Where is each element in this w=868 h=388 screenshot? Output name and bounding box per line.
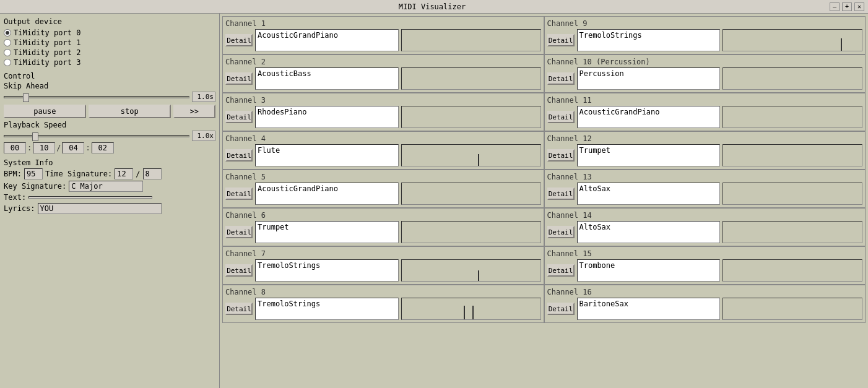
close-button[interactable]: ✕ — [854, 2, 864, 11]
channel-15-block: Channel 15DetailTrombone — [544, 246, 866, 285]
channel-5-header: Channel 11 — [547, 96, 863, 105]
channel-11-visualizer — [723, 221, 862, 243]
text-label: Text: — [4, 193, 26, 202]
channel-2-row: DetailAcousticBass — [225, 67, 541, 90]
pause-button[interactable]: pause — [4, 105, 86, 118]
time-sig-sep: / — [136, 170, 140, 178]
key-sig-label: Key Signature: — [4, 182, 66, 191]
channel-8-row: DetailAcousticGrandPiano — [225, 183, 541, 205]
channel-1-detail-button[interactable]: Detail — [547, 34, 575, 46]
output-device-label: Output device — [4, 17, 215, 26]
channel-4-block: Channel 4DetailFlute — [222, 131, 544, 170]
bpm-label: BPM: — [4, 170, 22, 178]
channel-14-row: DetailTremoloStrings — [225, 298, 541, 320]
output-device-section: Output device TiMidity port 0 TiMidity p… — [4, 17, 215, 67]
time-sep-2: : — [85, 144, 90, 152]
port-1-radio[interactable] — [4, 39, 11, 46]
minimize-button[interactable]: — — [830, 2, 840, 11]
title-bar: MIDI Visualizer — + ✕ — [0, 0, 868, 14]
channel-6-visualizer — [401, 144, 541, 166]
channel-15-detail-button[interactable]: Detail — [547, 303, 575, 315]
channel-5-row: DetailAcousticGrandPiano — [547, 106, 863, 128]
channel-15-header: Channel 16 — [547, 288, 863, 296]
transport-buttons: pause stop >> — [4, 105, 215, 118]
channel-13-header: Channel 15 — [547, 249, 863, 258]
channel-12-detail-button[interactable]: Detail — [225, 264, 253, 277]
channels-panel: Channel 1DetailAcousticGrandPianoChannel… — [220, 14, 868, 388]
playback-speed-thumb[interactable] — [32, 132, 38, 141]
channel-1-header: Channel 9 — [547, 19, 863, 28]
text-value — [28, 196, 152, 199]
system-info-section: System Info BPM: 95 Time Signature: 12 /… — [4, 158, 215, 215]
stop-button[interactable]: stop — [89, 105, 171, 118]
channel-12-block: Channel 12DetailTrumpet — [544, 131, 866, 170]
channel-3-detail-button[interactable]: Detail — [547, 72, 575, 85]
channel-7-visualizer — [723, 144, 862, 166]
channel-11-block: Channel 11DetailAcousticGrandPiano — [544, 93, 866, 131]
port-2-item[interactable]: TiMidity port 2 — [4, 48, 215, 57]
channel-0-detail-button[interactable]: Detail — [225, 34, 253, 46]
channel-2-detail-button[interactable]: Detail — [225, 72, 253, 85]
channel-10-detail-button[interactable]: Detail — [225, 226, 253, 238]
channel-15-row: DetailBaritoneSax — [547, 298, 863, 320]
time-sig-num: 12 — [115, 168, 133, 179]
forward-button[interactable]: >> — [173, 105, 215, 118]
channel-9-header: Channel 13 — [547, 173, 863, 181]
channel-14-visualizer — [401, 298, 541, 320]
port-2-radio[interactable] — [4, 49, 11, 56]
time-sep-1: : — [27, 144, 32, 152]
channel-10__Percussion_-block: Channel 10 (Percussion)DetailPercussion — [544, 54, 866, 93]
skip-ahead-track[interactable] — [4, 96, 189, 98]
channel-9-visualizer — [723, 183, 862, 205]
channel-11-detail-button[interactable]: Detail — [547, 226, 575, 238]
channel-14-instrument: TremoloStrings — [255, 298, 399, 320]
channel-4-instrument: RhodesPiano — [255, 106, 399, 128]
channel-10-row: DetailTrumpet — [225, 221, 541, 243]
channel-8-instrument: AcousticGrandPiano — [255, 183, 399, 205]
channel-3-row: DetailPercussion — [547, 67, 863, 90]
channel-0-instrument: AcousticGrandPiano — [255, 29, 399, 51]
playback-speed-slider-row: 1.0x — [4, 131, 215, 141]
channel-4-detail-button[interactable]: Detail — [225, 111, 253, 123]
channel-12-instrument: TremoloStrings — [255, 259, 399, 282]
channel-15-visualizer — [723, 298, 862, 320]
playback-speed-value: 1.0x — [192, 131, 215, 141]
channel-7-block: Channel 7DetailTremoloStrings — [222, 246, 544, 285]
channel-5-detail-button[interactable]: Detail — [547, 111, 575, 123]
control-label: Control — [4, 72, 215, 80]
port-3-radio[interactable] — [4, 59, 11, 66]
channel-7-detail-button[interactable]: Detail — [547, 149, 575, 162]
channel-7-instrument: Trumpet — [577, 144, 721, 166]
port-3-item[interactable]: TiMidity port 3 — [4, 58, 215, 67]
time-sig-den: 8 — [143, 168, 162, 179]
channel-14-detail-button[interactable]: Detail — [225, 303, 253, 315]
port-0-radio[interactable] — [4, 29, 11, 37]
time-measures: 04 — [62, 142, 84, 153]
channel-8-detail-button[interactable]: Detail — [225, 188, 253, 200]
channel-1-block: Channel 1DetailAcousticGrandPiano — [222, 16, 544, 54]
channel-0-visualizer — [401, 29, 541, 51]
lyrics-label: Lyrics: — [4, 204, 35, 213]
maximize-button[interactable]: + — [842, 2, 852, 11]
skip-ahead-thumb[interactable] — [23, 93, 29, 102]
channel-3-instrument: Percussion — [577, 67, 721, 90]
channel-9-detail-button[interactable]: Detail — [547, 188, 575, 200]
channel-13-row: DetailTrombone — [547, 259, 863, 282]
channel-3-visualizer — [723, 67, 862, 90]
channel-7-header: Channel 12 — [547, 134, 863, 143]
channel-12-header: Channel 7 — [225, 249, 541, 258]
channel-10-header: Channel 6 — [225, 211, 541, 220]
channel-3-header: Channel 10 (Percussion) — [547, 58, 863, 66]
channel-9-row: DetailAltoSax — [547, 183, 863, 205]
port-1-item[interactable]: TiMidity port 1 — [4, 38, 215, 47]
time-beats: 02 — [92, 142, 114, 153]
channel-4-header: Channel 3 — [225, 96, 541, 105]
channel-6-header: Channel 4 — [225, 134, 541, 143]
channel-7-row: DetailTrumpet — [547, 144, 863, 166]
port-0-item[interactable]: TiMidity port 0 — [4, 28, 215, 37]
channel-13-detail-button[interactable]: Detail — [547, 264, 575, 277]
channel-6-detail-button[interactable]: Detail — [225, 149, 253, 162]
time-hours: 00 — [4, 142, 26, 153]
text-row: Text: — [4, 193, 215, 202]
playback-speed-track[interactable] — [4, 135, 189, 137]
